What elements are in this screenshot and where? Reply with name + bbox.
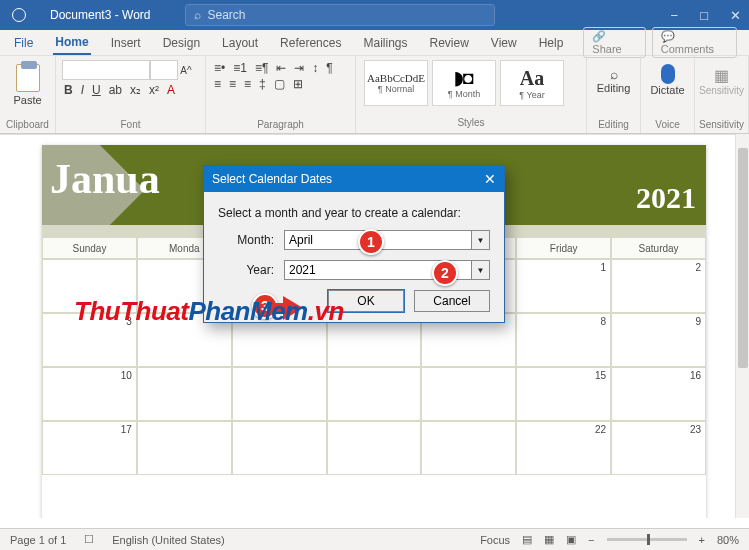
- search-icon: ⌕: [194, 8, 201, 22]
- maximize-button[interactable]: □: [700, 8, 708, 23]
- chevron-down-icon[interactable]: ▼: [472, 260, 490, 280]
- month-combo[interactable]: ▼: [284, 230, 490, 250]
- sup-button[interactable]: x²: [147, 83, 161, 97]
- underline-button[interactable]: U: [90, 83, 103, 97]
- zoom-in-button[interactable]: +: [699, 534, 705, 546]
- date-cell[interactable]: [232, 421, 327, 475]
- group-editing: ⌕ Editing Editing: [587, 56, 641, 133]
- multilevel-button[interactable]: ≡¶: [253, 61, 270, 75]
- dialog-prompt: Select a month and year to create a cale…: [218, 206, 490, 220]
- date-cell[interactable]: 16: [611, 367, 706, 421]
- numbering-button[interactable]: ≡1: [231, 61, 249, 75]
- zoom-slider[interactable]: [607, 538, 687, 541]
- date-cell[interactable]: [327, 421, 422, 475]
- tab-help[interactable]: Help: [537, 32, 566, 54]
- search-placeholder: Search: [207, 8, 245, 22]
- find-icon[interactable]: ⌕: [610, 66, 618, 82]
- editing-button[interactable]: Editing: [597, 82, 631, 94]
- align-center-button[interactable]: ≡: [227, 77, 238, 91]
- sub-button[interactable]: x₂: [128, 83, 143, 97]
- style-normal[interactable]: AaBbCcDdE¶ Normal: [364, 60, 428, 106]
- zoom-out-button[interactable]: −: [588, 534, 594, 546]
- mic-icon[interactable]: [661, 64, 675, 84]
- comments-button[interactable]: 💬 Comments: [652, 27, 737, 58]
- indent-left-button[interactable]: ⇤: [274, 61, 288, 75]
- chevron-down-icon[interactable]: ▼: [472, 230, 490, 250]
- status-bar: Page 1 of 1 ☐ English (United States) Fo…: [0, 528, 749, 550]
- date-cell[interactable]: 9: [611, 313, 706, 367]
- language[interactable]: English (United States): [112, 534, 225, 546]
- tab-mailings[interactable]: Mailings: [361, 32, 409, 54]
- search-input[interactable]: ⌕ Search: [185, 4, 495, 26]
- calendar-year-header: 2021: [551, 145, 706, 225]
- view-web-icon[interactable]: ▣: [566, 533, 576, 546]
- align-left-button[interactable]: ≡: [212, 77, 223, 91]
- date-cell[interactable]: 8: [516, 313, 611, 367]
- tab-insert[interactable]: Insert: [109, 32, 143, 54]
- date-cell[interactable]: [421, 367, 516, 421]
- dictate-button[interactable]: Dictate: [650, 84, 684, 96]
- tab-review[interactable]: Review: [427, 32, 470, 54]
- ribbon: Paste Clipboard A^ B I U ab x₂ x² A Font…: [0, 56, 749, 134]
- shading-button[interactable]: ▢: [272, 77, 287, 91]
- tab-design[interactable]: Design: [161, 32, 202, 54]
- italic-button[interactable]: I: [79, 83, 86, 97]
- sensitivity-button[interactable]: Sensitivity: [699, 85, 744, 96]
- borders-button[interactable]: ⊞: [291, 77, 305, 91]
- share-button[interactable]: 🔗 Share: [583, 27, 645, 58]
- font-size-combo[interactable]: [150, 60, 178, 80]
- paste-label[interactable]: Paste: [13, 94, 41, 106]
- view-print-icon[interactable]: ▤: [522, 533, 532, 546]
- align-right-button[interactable]: ≡: [242, 77, 253, 91]
- date-cell[interactable]: [137, 367, 232, 421]
- strike-button[interactable]: ab: [107, 83, 124, 97]
- date-cell[interactable]: 22: [516, 421, 611, 475]
- tab-view[interactable]: View: [489, 32, 519, 54]
- view-read-icon[interactable]: ▦: [544, 533, 554, 546]
- focus-mode[interactable]: Focus: [480, 534, 510, 546]
- year-combo[interactable]: ▼: [284, 260, 490, 280]
- style-year[interactable]: Aa¶ Year: [500, 60, 564, 106]
- bold-button[interactable]: B: [62, 83, 75, 97]
- sensitivity-icon[interactable]: ▦: [714, 66, 729, 85]
- autosave-toggle[interactable]: [12, 8, 26, 22]
- weekday-cell: Saturday: [611, 237, 706, 259]
- dialog-titlebar[interactable]: Select Calendar Dates ✕: [204, 166, 504, 192]
- bullets-button[interactable]: ≡•: [212, 61, 227, 75]
- date-cell[interactable]: 1: [516, 259, 611, 313]
- tab-file[interactable]: File: [12, 32, 35, 54]
- tab-layout[interactable]: Layout: [220, 32, 260, 54]
- date-cell[interactable]: [232, 367, 327, 421]
- cancel-button[interactable]: Cancel: [414, 290, 490, 312]
- tab-home[interactable]: Home: [53, 31, 90, 55]
- date-cell[interactable]: 23: [611, 421, 706, 475]
- pilcrow-button[interactable]: ¶: [324, 61, 334, 75]
- minimize-button[interactable]: −: [671, 8, 679, 23]
- date-cell[interactable]: 10: [42, 367, 137, 421]
- font-name-combo[interactable]: [62, 60, 150, 80]
- date-cell[interactable]: [327, 367, 422, 421]
- indent-right-button[interactable]: ⇥: [292, 61, 306, 75]
- annotation-badge-1: 1: [358, 229, 384, 255]
- font-color-button[interactable]: A: [165, 83, 177, 97]
- date-cell[interactable]: 2: [611, 259, 706, 313]
- close-button[interactable]: ✕: [730, 8, 741, 23]
- line-spacing-button[interactable]: ‡: [257, 77, 268, 91]
- group-voice: Dictate Voice: [641, 56, 695, 133]
- paste-icon[interactable]: [16, 64, 40, 92]
- zoom-level[interactable]: 80%: [717, 534, 739, 546]
- group-sensitivity: ▦ Sensitivity Sensitivity: [695, 56, 749, 133]
- date-cell[interactable]: 17: [42, 421, 137, 475]
- dialog-close-icon[interactable]: ✕: [484, 171, 496, 187]
- page-count[interactable]: Page 1 of 1: [10, 534, 66, 546]
- text-stats-icon[interactable]: ☐: [84, 533, 94, 546]
- group-clipboard: Paste Clipboard: [0, 56, 56, 133]
- date-cell[interactable]: [137, 421, 232, 475]
- vertical-scrollbar[interactable]: [735, 134, 749, 518]
- sort-button[interactable]: ↕: [310, 61, 320, 75]
- grow-font-button[interactable]: A^: [178, 60, 194, 80]
- date-cell[interactable]: [421, 421, 516, 475]
- style-month[interactable]: ◗◘¶ Month: [432, 60, 496, 106]
- tab-references[interactable]: References: [278, 32, 343, 54]
- date-cell[interactable]: 15: [516, 367, 611, 421]
